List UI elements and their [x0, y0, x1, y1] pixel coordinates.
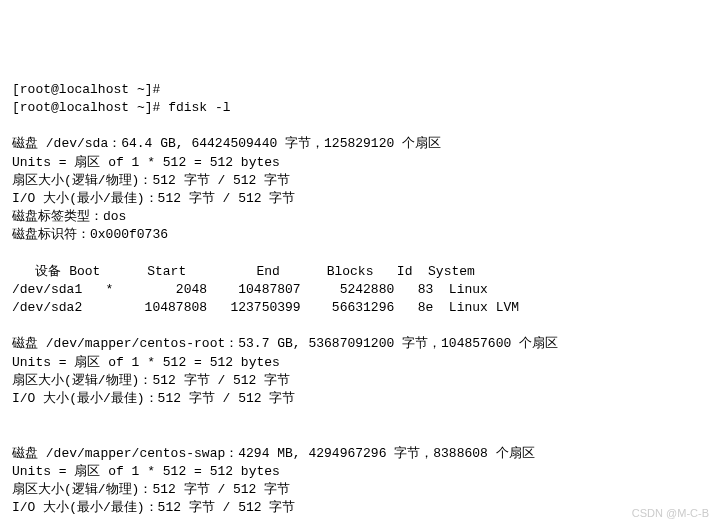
- disk-root-io-size: I/O 大小(最小/最佳)：512 字节 / 512 字节: [12, 391, 295, 406]
- disk-sda-units: Units = 扇区 of 1 * 512 = 512 bytes: [12, 155, 280, 170]
- command-text: fdisk -l: [168, 100, 230, 115]
- disk-swap-units: Units = 扇区 of 1 * 512 = 512 bytes: [12, 464, 280, 479]
- disk-sda-identifier: 磁盘标识符：0x000f0736: [12, 227, 168, 242]
- partition-table-row: /dev/sda2 10487808 123750399 56631296 8e…: [12, 300, 519, 315]
- prompt-line-empty: [root@localhost ~]#: [12, 82, 160, 97]
- watermark-text: CSDN @M-C-B: [632, 506, 709, 521]
- disk-sda-io-size: I/O 大小(最小/最佳)：512 字节 / 512 字节: [12, 191, 295, 206]
- prompt-line-command[interactable]: [root@localhost ~]# fdisk -l: [12, 100, 231, 115]
- partition-table-header: 设备 Boot Start End Blocks Id System: [12, 264, 475, 279]
- disk-sda-header: 磁盘 /dev/sda：64.4 GB, 64424509440 字节，1258…: [12, 136, 441, 151]
- partition-table-row: /dev/sda1 * 2048 10487807 5242880 83 Lin…: [12, 282, 488, 297]
- disk-sda-sector-size: 扇区大小(逻辑/物理)：512 字节 / 512 字节: [12, 173, 290, 188]
- disk-swap-header: 磁盘 /dev/mapper/centos-swap：4294 MB, 4294…: [12, 446, 535, 461]
- disk-sda-label-type: 磁盘标签类型：dos: [12, 209, 126, 224]
- disk-root-units: Units = 扇区 of 1 * 512 = 512 bytes: [12, 355, 280, 370]
- disk-swap-io-size: I/O 大小(最小/最佳)：512 字节 / 512 字节: [12, 500, 295, 515]
- disk-root-sector-size: 扇区大小(逻辑/物理)：512 字节 / 512 字节: [12, 373, 290, 388]
- disk-root-header: 磁盘 /dev/mapper/centos-root：53.7 GB, 5368…: [12, 336, 558, 351]
- disk-swap-sector-size: 扇区大小(逻辑/物理)：512 字节 / 512 字节: [12, 482, 290, 497]
